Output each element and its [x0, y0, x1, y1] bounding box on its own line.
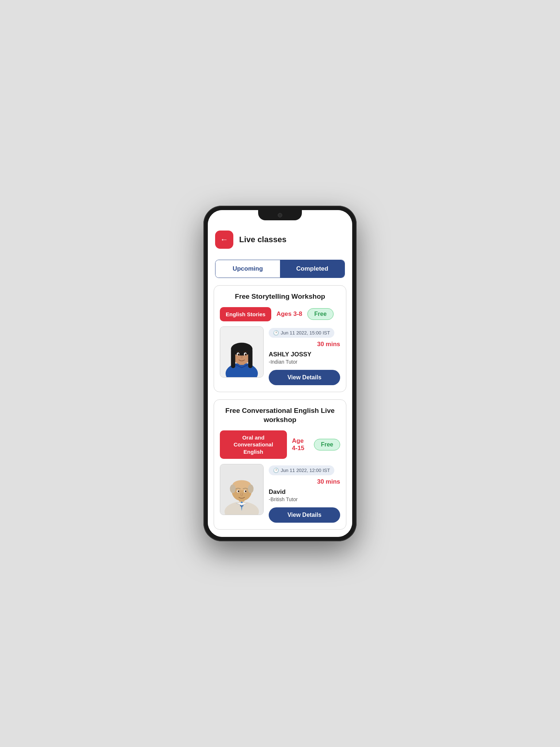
tutor-name-2: David: [269, 488, 340, 496]
class-card-1: Free Storytelling Workshop English Stori…: [214, 285, 346, 392]
tutor-type-1: -Indian Tutor: [269, 359, 340, 365]
card-meta-row-1: English Stories Ages 3-8 Free: [220, 307, 340, 322]
svg-point-17: [248, 484, 254, 493]
svg-point-10: [245, 353, 246, 356]
tutor-avatar-1: [220, 327, 263, 377]
age-label-1: Ages 3-8: [276, 310, 302, 318]
svg-point-9: [238, 353, 240, 356]
tutor-name-1: ASHLY JOSSY: [269, 351, 340, 358]
free-badge-1: Free: [307, 308, 334, 320]
svg-rect-6: [248, 348, 253, 368]
tutor-type-2: -British Tutor: [269, 496, 340, 502]
schedule-badge-1: 🕐 Jun 11 2022, 15:00 IST: [269, 328, 334, 338]
category-badge-2: Oral and Conversational English: [220, 430, 287, 459]
clock-icon-1: 🕐: [273, 330, 279, 336]
duration-label-2: 30 mins: [269, 478, 340, 485]
page-title: Live classes: [239, 235, 287, 244]
schedule-badge-2: 🕐 Jun 11 2022, 12:00 IST: [269, 465, 334, 475]
back-arrow-icon: ←: [220, 236, 228, 244]
free-badge-2: Free: [314, 439, 340, 450]
svg-point-20: [238, 490, 240, 492]
tutor-photo-frame-1: [220, 326, 264, 378]
view-details-button-1[interactable]: View Details: [269, 370, 340, 385]
card-meta-row-2: Oral and Conversational English Age 4-15…: [220, 430, 340, 459]
tutor-avatar-2: [220, 464, 263, 515]
card-title-1: Free Storytelling Workshop: [220, 292, 340, 301]
phone-screen: ← Live classes Upcoming Completed Free S…: [208, 210, 352, 537]
duration-label-1: 30 mins: [269, 341, 340, 348]
tab-upcoming[interactable]: Upcoming: [215, 260, 280, 278]
tutor-info-1: 🕐 Jun 11 2022, 15:00 IST 30 mins ASHLY J…: [269, 326, 340, 385]
tab-completed[interactable]: Completed: [280, 260, 345, 278]
svg-point-16: [230, 484, 236, 493]
tutor-section-2: 🕐 Jun 11 2022, 12:00 IST 30 mins David -…: [220, 464, 340, 523]
phone-frame: ← Live classes Upcoming Completed Free S…: [203, 206, 357, 541]
svg-point-21: [245, 490, 246, 492]
tutor-info-2: 🕐 Jun 11 2022, 12:00 IST 30 mins David -…: [269, 464, 340, 523]
phone-notch: [258, 210, 302, 220]
class-card-2: Free Conversational English Live worksho…: [214, 399, 346, 530]
age-label-2: Age 4-15: [292, 437, 309, 452]
tabs-container: Upcoming Completed: [215, 260, 345, 278]
view-details-button-2[interactable]: View Details: [269, 507, 340, 523]
tutor-section-1: 🕐 Jun 11 2022, 15:00 IST 30 mins ASHLY J…: [220, 326, 340, 385]
back-button[interactable]: ←: [215, 231, 233, 249]
category-badge-1: English Stories: [220, 307, 271, 322]
tutor-photo-frame-2: [220, 464, 264, 515]
card-title-2: Free Conversational English Live worksho…: [220, 406, 340, 424]
screen-content: ← Live classes Upcoming Completed Free S…: [208, 210, 352, 537]
svg-rect-5: [231, 348, 236, 368]
header: ← Live classes: [208, 225, 352, 256]
clock-icon-2: 🕐: [273, 468, 279, 473]
